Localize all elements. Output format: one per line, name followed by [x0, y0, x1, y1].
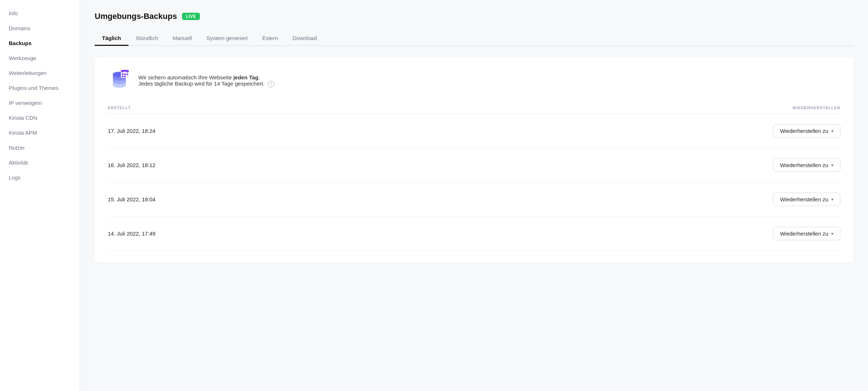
- sidebar-item-info[interactable]: Info: [0, 6, 80, 21]
- chevron-down-icon: ▾: [831, 163, 833, 168]
- backup-date-3: 14. Juli 2022, 17:49: [108, 230, 155, 237]
- table-header: ERSTELLT WIEDERHERSTELLEN: [108, 106, 840, 114]
- sidebar-item-plugins[interactable]: Plugins und Themes: [0, 80, 80, 95]
- backup-date-2: 15. Juli 2022, 18:04: [108, 196, 155, 202]
- page-title: Umgebungs-Backups: [95, 12, 177, 21]
- tabs-bar: TäglichStündlichManuellSystem generiertE…: [95, 31, 853, 46]
- restore-button-3[interactable]: Wiederherstellen zu▾: [773, 227, 840, 240]
- svg-rect-5: [122, 74, 123, 75]
- tab-system-generiert[interactable]: System generiert: [199, 31, 255, 46]
- content-card: Wir sichern automatisch Ihre Webseite je…: [95, 58, 853, 262]
- restore-btn-label-0: Wiederherstellen zu: [780, 128, 828, 134]
- help-icon[interactable]: ?: [268, 81, 274, 87]
- tab-manuell[interactable]: Manuell: [165, 31, 199, 46]
- chevron-down-icon: ▾: [831, 197, 833, 202]
- backup-rows-container: 17. Juli 2022, 18:24Wiederherstellen zu▾…: [108, 114, 840, 251]
- sidebar-item-domains[interactable]: Domains: [0, 21, 80, 36]
- info-line1-suffix: .: [259, 74, 260, 80]
- restore-btn-label-2: Wiederherstellen zu: [780, 196, 828, 202]
- info-line1-prefix: Wir sichern automatisch Ihre Webseite: [138, 74, 233, 80]
- svg-rect-6: [124, 74, 126, 75]
- main-content: Umgebungs-Backups LIVE TäglichStündlichM…: [80, 0, 868, 391]
- table-row: 17. Juli 2022, 18:24Wiederherstellen zu▾: [108, 114, 840, 148]
- restore-button-0[interactable]: Wiederherstellen zu▾: [773, 124, 840, 138]
- sidebar-item-nutzer[interactable]: Nutzer: [0, 140, 80, 155]
- backup-date-0: 17. Juli 2022, 18:24: [108, 128, 155, 134]
- info-line1-bold: jeden Tag: [233, 74, 259, 80]
- backup-date-1: 16. Juli 2022, 18:12: [108, 162, 155, 168]
- col-wiederherstellen: WIEDERHERSTELLEN: [793, 106, 840, 110]
- svg-rect-8: [122, 76, 123, 77]
- table-row: 16. Juli 2022, 18:12Wiederherstellen zu▾: [108, 148, 840, 182]
- info-box: Wir sichern automatisch Ihre Webseite je…: [108, 69, 840, 92]
- restore-button-2[interactable]: Wiederherstellen zu▾: [773, 193, 840, 206]
- info-line2: Jedes tägliche Backup wird für 14 Tage g…: [138, 80, 265, 87]
- table-row: 14. Juli 2022, 17:49Wiederherstellen zu▾: [108, 217, 840, 251]
- page-header: Umgebungs-Backups LIVE: [95, 12, 853, 21]
- sidebar-item-cdn[interactable]: Kinsta CDN: [0, 110, 80, 125]
- live-badge: LIVE: [182, 13, 200, 20]
- sidebar-item-aktivitaet[interactable]: Aktivität: [0, 155, 80, 170]
- svg-rect-9: [124, 76, 126, 77]
- svg-rect-7: [126, 74, 128, 75]
- backup-icon: [108, 69, 131, 92]
- restore-button-1[interactable]: Wiederherstellen zu▾: [773, 158, 840, 172]
- table-row: 15. Juli 2022, 18:04Wiederherstellen zu▾: [108, 182, 840, 217]
- sidebar-item-werkzeuge[interactable]: Werkzeuge: [0, 51, 80, 66]
- sidebar-item-weiterleitungen[interactable]: Weiterleitungen: [0, 66, 80, 80]
- sidebar: InfoDomainsBackupsWerkzeugeWeiterleitung…: [0, 0, 80, 391]
- chevron-down-icon: ▾: [831, 231, 833, 236]
- tab-download[interactable]: Download: [285, 31, 324, 46]
- tab-stündlich[interactable]: Stündlich: [129, 31, 166, 46]
- tab-extern[interactable]: Extern: [255, 31, 285, 46]
- sidebar-item-ip[interactable]: IP verweigern: [0, 95, 80, 110]
- col-erstellt: ERSTELLT: [108, 106, 131, 110]
- sidebar-item-backups[interactable]: Backups: [0, 36, 80, 51]
- tab-täglich[interactable]: Täglich: [95, 31, 129, 46]
- restore-btn-label-3: Wiederherstellen zu: [780, 230, 828, 237]
- sidebar-item-apm[interactable]: Kinsta APM: [0, 125, 80, 140]
- chevron-down-icon: ▾: [831, 129, 833, 134]
- sidebar-item-logs[interactable]: Logs: [0, 170, 80, 185]
- restore-btn-label-1: Wiederherstellen zu: [780, 162, 828, 168]
- info-text: Wir sichern automatisch Ihre Webseite je…: [138, 74, 274, 87]
